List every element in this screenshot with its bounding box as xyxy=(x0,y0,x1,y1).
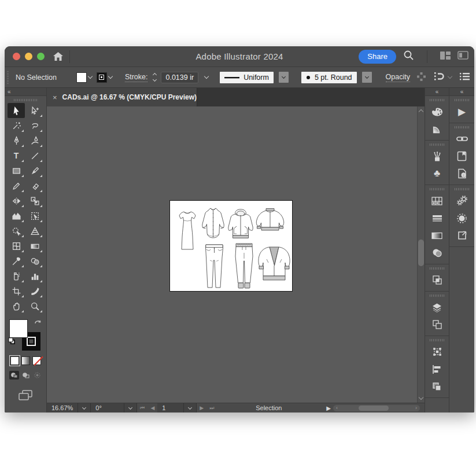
screen-mode-icon[interactable] xyxy=(5,390,46,400)
status-flyout-icon[interactable]: ▶ xyxy=(326,405,331,411)
artboards-panel-icon[interactable] xyxy=(425,316,449,333)
selection-tool-icon[interactable] xyxy=(8,103,25,118)
stroke-panel-icon[interactable] xyxy=(425,209,449,227)
gradient-tool-icon[interactable] xyxy=(26,238,43,253)
panel-drag-handle[interactable] xyxy=(430,294,445,297)
stroke-width-field[interactable]: 0.0139 ir xyxy=(161,72,198,83)
libraries-panel-icon[interactable] xyxy=(449,148,474,165)
rotate-tool-icon[interactable] xyxy=(8,193,25,208)
brush-field[interactable]: 5 pt. Round xyxy=(301,72,357,83)
pathfinder-panel-icon[interactable] xyxy=(425,271,449,289)
width-profile-dropdown-button[interactable] xyxy=(279,72,289,83)
tab-close-icon[interactable]: × xyxy=(53,94,57,101)
chevron-down-icon[interactable] xyxy=(448,74,452,79)
maximize-window-button[interactable] xyxy=(37,53,45,60)
gradient-panel-icon[interactable] xyxy=(425,227,449,244)
mesh-tool-icon[interactable] xyxy=(8,238,25,253)
zoom-tool-icon[interactable] xyxy=(26,299,43,314)
swap-fill-stroke-icon[interactable] xyxy=(34,318,43,329)
swatches-panel-icon[interactable] xyxy=(425,192,449,209)
zoom-level-field[interactable]: 16.67% xyxy=(47,403,78,413)
artboard[interactable] xyxy=(169,200,293,292)
snap-options-icon[interactable] xyxy=(434,72,444,83)
default-fill-stroke-icon[interactable] xyxy=(8,337,16,347)
artboard-number-field[interactable]: 1 xyxy=(157,403,184,413)
toolbar-drag-handle[interactable] xyxy=(14,99,37,101)
transform-panel-icon[interactable] xyxy=(425,343,449,360)
magic-wand-tool-icon[interactable] xyxy=(8,118,25,133)
fill-swatch[interactable] xyxy=(76,72,87,83)
line-segment-tool-icon[interactable] xyxy=(26,148,43,163)
previous-artboard-button[interactable]: ◀ xyxy=(147,405,157,411)
search-icon[interactable] xyxy=(403,50,414,63)
symbol-sprayer-tool-icon[interactable] xyxy=(8,268,25,283)
column-graph-tool-icon[interactable] xyxy=(26,268,43,283)
stroke-color-control[interactable] xyxy=(97,72,112,83)
next-artboard-button[interactable]: ▶ xyxy=(197,405,206,411)
fill-proxy-swatch[interactable] xyxy=(9,319,28,338)
curvature-tool-icon[interactable] xyxy=(26,133,43,148)
rotation-field[interactable]: 0° xyxy=(91,403,124,413)
color-panel-icon[interactable] xyxy=(425,103,449,120)
chevron-down-icon[interactable] xyxy=(204,74,209,79)
none-mode-button[interactable] xyxy=(32,356,41,365)
panel-layout-icon[interactable] xyxy=(457,51,468,62)
artboard-tool-icon[interactable] xyxy=(8,283,25,299)
layers-panel-icon[interactable] xyxy=(425,299,449,316)
panel-drag-handle[interactable] xyxy=(430,339,445,341)
vertical-scroll-thumb[interactable] xyxy=(418,240,424,266)
asset-export-panel-icon[interactable] xyxy=(449,192,474,209)
minimize-window-button[interactable] xyxy=(25,53,32,60)
type-tool-icon[interactable]: T xyxy=(8,148,25,163)
symbols-panel-icon[interactable]: ♣ xyxy=(425,165,449,182)
scroll-down-icon[interactable] xyxy=(419,395,423,400)
panel-drag-handle[interactable] xyxy=(455,99,470,101)
lasso-tool-icon[interactable] xyxy=(26,118,43,133)
last-artboard-button[interactable]: ⏭ xyxy=(206,405,217,411)
document-tab[interactable]: × CADs.ai @ 16.67 % (CMYK/CPU Preview) xyxy=(47,88,197,106)
stroke-width-stepper[interactable] xyxy=(153,73,156,81)
draw-normal-icon[interactable] xyxy=(9,371,19,380)
artboard-dropdown-button[interactable] xyxy=(184,403,197,413)
panel-drag-handle[interactable] xyxy=(430,99,445,101)
hand-tool-icon[interactable] xyxy=(8,299,25,314)
toolbar-collapse-button[interactable]: « xyxy=(5,88,46,96)
panel-drag-handle[interactable] xyxy=(430,267,445,270)
pencil-tool-icon[interactable] xyxy=(8,178,25,193)
links-panel-icon[interactable] xyxy=(449,130,474,148)
arrange-panel-icon[interactable] xyxy=(425,378,449,395)
panel-drag-handle[interactable] xyxy=(430,143,445,146)
scroll-right-icon[interactable]: › xyxy=(415,406,417,411)
canvas[interactable] xyxy=(47,106,425,403)
width-profile-field[interactable]: Uniform xyxy=(220,72,274,83)
stroke-label-link[interactable]: Stroke: xyxy=(125,73,148,82)
free-transform-tool-icon[interactable] xyxy=(26,208,43,223)
panel-drag-handle[interactable] xyxy=(455,188,470,190)
panel-drag-handle[interactable] xyxy=(455,126,470,128)
transparency-panel-icon[interactable] xyxy=(425,244,449,262)
scale-tool-icon[interactable] xyxy=(26,193,43,208)
rotation-dropdown-button[interactable] xyxy=(124,403,137,413)
image-trace-panel-icon[interactable] xyxy=(449,209,474,227)
fill-color-control[interactable] xyxy=(76,72,92,83)
brushes-panel-icon[interactable] xyxy=(425,148,449,165)
close-window-button[interactable] xyxy=(13,53,20,60)
first-artboard-button[interactable]: ⏮ xyxy=(137,405,147,411)
menu-list-icon[interactable] xyxy=(460,73,470,82)
shape-builder-tool-icon[interactable] xyxy=(8,223,25,238)
actions-panel-icon[interactable]: ▶ xyxy=(449,103,474,120)
color-mode-button[interactable] xyxy=(10,356,19,365)
scroll-up-icon[interactable] xyxy=(419,109,423,114)
pen-tool-icon[interactable] xyxy=(8,133,25,148)
direct-selection-tool-icon[interactable] xyxy=(26,103,43,118)
blend-tool-icon[interactable] xyxy=(26,253,43,268)
scroll-left-icon[interactable]: ‹ xyxy=(336,406,338,411)
brush-dropdown-button[interactable] xyxy=(362,72,372,83)
draw-inside-icon[interactable] xyxy=(32,371,42,380)
workspace-switcher-icon[interactable] xyxy=(440,51,451,62)
controlbar-grip[interactable] xyxy=(7,71,9,84)
perspective-grid-tool-icon[interactable] xyxy=(26,223,43,238)
draw-behind-icon[interactable] xyxy=(21,371,31,380)
gradient-mode-button[interactable] xyxy=(21,356,30,365)
eraser-tool-icon[interactable] xyxy=(26,178,43,193)
